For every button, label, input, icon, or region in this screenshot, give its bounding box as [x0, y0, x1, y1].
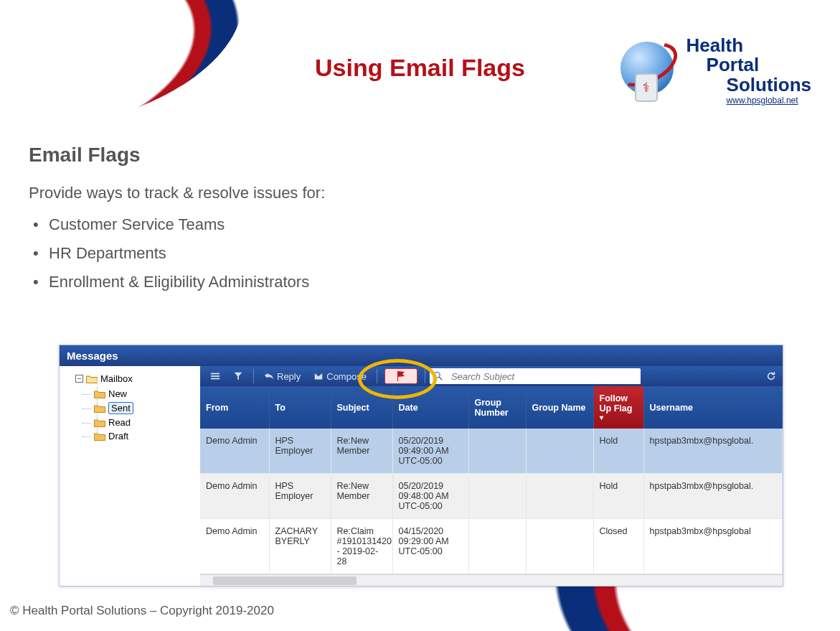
svg-rect-2 — [211, 378, 220, 380]
logo-line1: Health — [686, 36, 811, 55]
bullet-item: Enrollment & Eligibility Administrators — [49, 273, 811, 291]
col-group-number[interactable]: Group Number — [468, 386, 526, 429]
cell-flag: Closed — [593, 519, 643, 574]
cell-username: hpstpab3mbx@hpsglobal. — [643, 429, 783, 474]
table-row[interactable]: Demo Admin ZACHARY BYERLY Re:Claim #1910… — [200, 519, 783, 574]
cell-group-number — [468, 519, 526, 574]
grid-toolbar: Reply Compose — [200, 366, 783, 386]
cell-date: 04/15/2020 09:29:00 AM UTC-05:00 — [392, 519, 468, 574]
cell-to: HPS Employer — [269, 474, 331, 519]
tree-item-label: Draft — [108, 431, 128, 441]
cell-to: HPS Employer — [269, 429, 331, 474]
search-icon[interactable] — [430, 368, 447, 384]
tree-item-label: Read — [108, 417, 131, 428]
compose-button[interactable]: Compose — [308, 369, 372, 384]
caduceus-icon: ⚕ — [643, 80, 650, 95]
folder-icon — [94, 390, 105, 398]
tree-root[interactable]: − Mailbox — [75, 373, 196, 384]
flag-button[interactable] — [384, 368, 417, 384]
folder-icon — [94, 419, 105, 427]
tree-item-label: Sent — [108, 402, 133, 414]
tree-item-sent[interactable]: Sent — [94, 401, 196, 416]
cell-from: Demo Admin — [200, 474, 269, 519]
reply-button[interactable]: Reply — [258, 369, 306, 384]
cell-username: hpstpab3mbx@hpsglobal. — [643, 474, 783, 519]
col-follow-up-flag[interactable]: Follow Up Flag — [593, 386, 643, 429]
toolbar-divider — [377, 369, 377, 383]
filter-right-button[interactable] — [227, 369, 249, 383]
col-from[interactable]: From — [200, 386, 269, 429]
cell-from: Demo Admin — [200, 519, 269, 574]
mailbox-tree: − Mailbox New Sent Read — [60, 366, 200, 586]
logo-url: www.hpsglobal.net — [686, 96, 811, 106]
cell-group-name — [526, 474, 593, 519]
col-to[interactable]: To — [269, 386, 331, 429]
cell-to: ZACHARY BYERLY — [269, 519, 331, 574]
col-username[interactable]: Username — [643, 386, 783, 429]
cell-group-name — [526, 519, 593, 574]
toolbar-divider — [253, 369, 254, 383]
svg-rect-0 — [211, 373, 220, 375]
table-row[interactable]: Demo Admin HPS Employer Re:New Member 05… — [200, 474, 783, 519]
filter-left-button[interactable] — [204, 369, 226, 383]
intro-text: Provide ways to track & resolve issues f… — [29, 184, 811, 202]
copyright: © Health Portal Solutions – Copyright 20… — [10, 604, 274, 618]
logo: ⚕ Health Portal Solutions www.hpsglobal.… — [618, 36, 811, 105]
cell-subject: Re:New Member — [331, 429, 392, 474]
cell-group-number — [468, 474, 526, 519]
svg-line-4 — [439, 377, 442, 380]
reply-label: Reply — [277, 371, 301, 382]
cell-flag: Hold — [593, 474, 643, 519]
col-subject[interactable]: Subject — [331, 386, 392, 429]
tree-item-new[interactable]: New — [94, 387, 196, 401]
search-box — [430, 368, 641, 384]
logo-line3: Solutions — [686, 75, 811, 95]
folder-icon — [94, 432, 105, 441]
logo-text: Health Portal Solutions www.hpsglobal.ne… — [686, 36, 811, 105]
col-date[interactable]: Date — [392, 386, 468, 429]
table-row[interactable]: Demo Admin HPS Employer Re:New Member 05… — [200, 429, 783, 474]
cell-subject: Re:New Member — [331, 474, 392, 519]
cell-username: hpstpab3mbx@hpsglobal — [643, 519, 783, 574]
horizontal-scrollbar[interactable] — [200, 574, 783, 586]
cell-subject: Re:Claim #1910131420 - 2019-02-28 — [331, 519, 392, 574]
folder-icon — [94, 404, 105, 413]
messages-table: From To Subject Date Group Number Group … — [200, 386, 783, 574]
cell-date: 05/20/2019 09:49:00 AM UTC-05:00 — [392, 429, 468, 474]
col-group-name[interactable]: Group Name — [526, 386, 593, 429]
toolbar-divider — [425, 369, 425, 383]
cell-date: 05/20/2019 09:48:00 AM UTC-05:00 — [392, 474, 468, 519]
svg-rect-1 — [211, 375, 220, 377]
cell-from: Demo Admin — [200, 429, 269, 474]
messages-panel: Messages − Mailbox New Sent — [59, 345, 783, 586]
refresh-button[interactable] — [764, 369, 778, 383]
bullet-item: Customer Service Teams — [49, 215, 811, 234]
cell-flag: Hold — [593, 429, 643, 474]
svg-point-3 — [434, 372, 440, 378]
bullet-item: HR Departments — [49, 244, 811, 263]
section-heading: Email Flags — [29, 144, 811, 167]
cell-group-name — [526, 429, 593, 474]
flag-icon — [395, 370, 407, 382]
bullet-list: Customer Service Teams HR Departments En… — [29, 215, 811, 291]
globe-icon: ⚕ — [618, 39, 681, 102]
scrollbar-thumb[interactable] — [213, 576, 357, 585]
search-input[interactable] — [447, 369, 641, 384]
tree-item-draft[interactable]: Draft — [94, 429, 196, 443]
logo-line2: Portal — [686, 55, 811, 75]
panel-header: Messages — [60, 345, 783, 366]
tree-item-read[interactable]: Read — [94, 416, 196, 429]
table-header-row: From To Subject Date Group Number Group … — [200, 386, 783, 429]
tree-root-label: Mailbox — [100, 373, 133, 384]
compose-label: Compose — [326, 371, 367, 382]
tree-item-label: New — [108, 388, 127, 399]
folder-icon — [86, 375, 98, 383]
cell-group-number — [468, 429, 526, 474]
collapse-icon[interactable]: − — [75, 375, 83, 383]
